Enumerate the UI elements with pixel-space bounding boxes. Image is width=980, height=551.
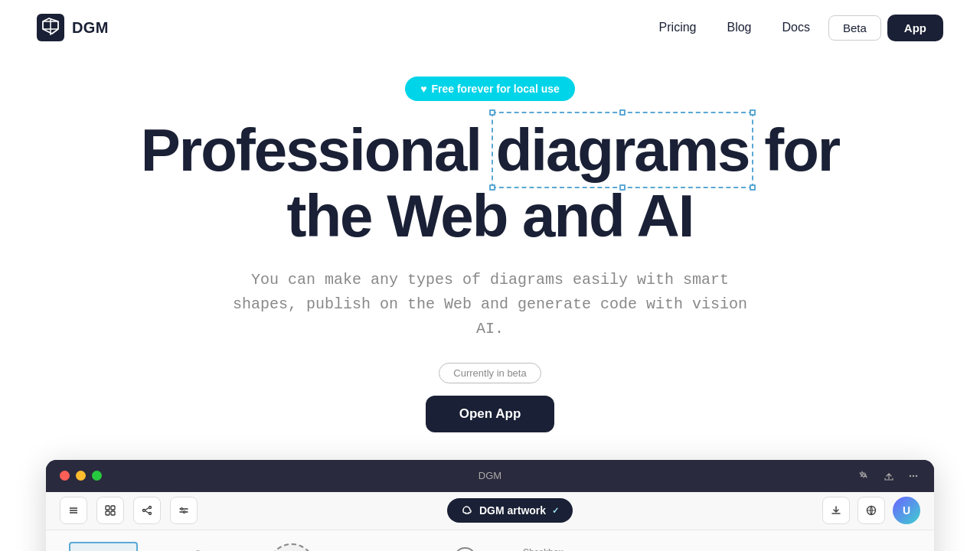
svg-rect-10: [111, 506, 115, 510]
svg-point-21: [455, 548, 476, 551]
canvas-element-cloud: [168, 542, 237, 551]
svg-point-19: [183, 511, 185, 514]
svg-point-14: [149, 507, 152, 509]
checkbox-label: Checkbox: [523, 547, 572, 551]
share-icon[interactable]: [882, 469, 896, 483]
app-preview-wrapper: DGM: [0, 460, 980, 551]
free-badge: ♥ Free forever for local use: [405, 77, 575, 101]
logo-text: DGM: [72, 19, 109, 37]
shape-rect: [69, 542, 138, 551]
beta-button[interactable]: Beta: [828, 15, 881, 41]
svg-rect-11: [106, 511, 109, 515]
settings-button[interactable]: [170, 497, 198, 524]
svg-line-16: [145, 508, 149, 510]
diagram-view-button[interactable]: [133, 497, 161, 524]
canvas-element-checkbox: Checkbox Option 1 Option 2: [517, 541, 578, 551]
svg-point-3: [910, 474, 911, 476]
window-titlebar: DGM: [46, 460, 934, 492]
shape-face: [444, 542, 486, 551]
diagrams-word: diagrams: [496, 118, 750, 184]
hero-title-line2: the Web and AI: [141, 184, 839, 249]
menu-dots-icon[interactable]: [906, 469, 920, 483]
window-title: DGM: [479, 470, 501, 481]
svg-point-15: [149, 513, 152, 515]
traffic-light-green[interactable]: [92, 471, 102, 481]
logo-area[interactable]: DGM: [37, 14, 109, 41]
toolbar-center: DGM artwork ✓: [207, 498, 813, 523]
svg-line-17: [145, 511, 149, 514]
beta-badge: Currently in beta: [439, 363, 541, 383]
handle-tl: [489, 109, 495, 116]
nav-link-pricing[interactable]: Pricing: [647, 16, 709, 39]
app-toolbar: DGM artwork ✓ U: [46, 492, 934, 530]
handle-tm: [619, 109, 626, 116]
hero-subtitle: You can make any types of diagrams easil…: [222, 268, 758, 341]
window-right-icons: [858, 469, 920, 483]
user-avatar[interactable]: U: [893, 497, 920, 524]
nav-link-docs[interactable]: Docs: [770, 16, 822, 39]
heart-icon: ♥: [420, 83, 426, 95]
app-preview-window: DGM: [46, 460, 934, 551]
navbar: DGM Pricing Blog Docs Beta App: [0, 0, 980, 55]
translate-icon[interactable]: [858, 469, 871, 483]
logo-icon: [37, 14, 64, 41]
nav-link-blog[interactable]: Blog: [714, 16, 763, 39]
canvas-area: Checkbox Option 1 Option 2 Label Label: [46, 530, 934, 551]
hero-title-part2: for: [749, 116, 839, 184]
diagram-name-pill[interactable]: DGM artwork ✓: [447, 498, 573, 523]
canvas-element-circle: [268, 543, 315, 551]
toolbar-right: U: [822, 497, 920, 524]
globe-button[interactable]: [858, 497, 885, 524]
free-badge-text: Free forever for local use: [432, 83, 560, 95]
svg-point-5: [916, 474, 917, 476]
diagram-name-text: DGM artwork: [479, 504, 546, 517]
canvas-element-rect: [69, 542, 138, 551]
hero-title-part1: Professional: [141, 116, 496, 184]
svg-point-4: [913, 474, 914, 476]
nav-links: Pricing Blog Docs Beta App: [647, 15, 943, 41]
shape-dashed-circle: [268, 543, 315, 551]
canvas-element-face: [444, 542, 486, 551]
shape-cloud: [168, 542, 237, 551]
svg-point-13: [143, 510, 145, 512]
hero-section: ♥ Free forever for local use Professiona…: [0, 55, 980, 460]
open-app-button[interactable]: Open App: [426, 396, 555, 432]
menu-button[interactable]: [60, 497, 87, 524]
check-icon: ✓: [552, 506, 559, 516]
grid-button[interactable]: [96, 497, 124, 524]
hero-title-line1: Professional diagrams for: [141, 118, 839, 184]
app-button[interactable]: App: [887, 15, 943, 41]
svg-point-18: [181, 508, 183, 510]
svg-rect-12: [111, 511, 115, 515]
traffic-light-yellow[interactable]: [76, 471, 86, 481]
traffic-light-red[interactable]: [60, 471, 70, 481]
hero-title: Professional diagrams for the Web and AI: [141, 118, 839, 249]
traffic-lights: [60, 471, 102, 481]
download-button[interactable]: [822, 497, 850, 524]
svg-rect-9: [106, 506, 109, 510]
handle-tr: [750, 109, 756, 116]
